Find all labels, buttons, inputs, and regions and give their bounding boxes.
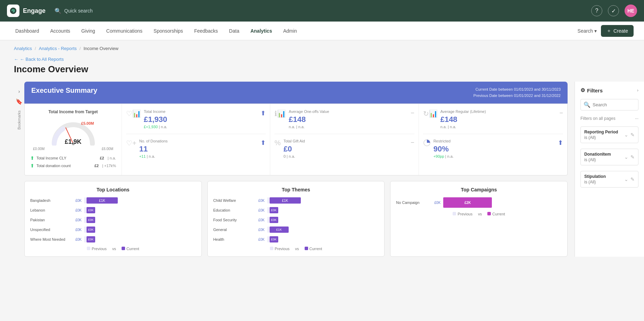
nav-analytics[interactable]: Analytics <box>246 26 277 36</box>
bar-row-health: Health £0K £0K <box>213 236 379 242</box>
gauge-title: Total Income from Target <box>30 109 116 114</box>
bookmark-icon[interactable]: 🔖 <box>16 98 23 105</box>
top-locations-chart: Bangladesh £0K £1K Lebanon £0K <box>30 197 196 242</box>
nav-communications[interactable]: Communications <box>101 26 147 36</box>
breadcrumb-reports[interactable]: Analytics - Reports <box>39 46 77 51</box>
bar-curr-fill-education: £0K <box>270 207 278 213</box>
back-link-label: ← Back to All Reports <box>20 57 64 62</box>
filter-clear-reporting[interactable]: ✎ <box>630 132 635 138</box>
filter-item-label-donation: DonationItem <box>584 152 611 157</box>
metric-col-income: ♡📊 Total Income £1,930 £+1,930 | n.a. ⬆ … <box>122 104 270 175</box>
charts-row: Top Locations Bangladesh £0K £1K <box>24 181 568 257</box>
nav-feedbacks[interactable]: Feedbacks <box>189 26 223 36</box>
gauge-card: Total Income from Target £1.9K <box>25 104 122 175</box>
metric-change-giftaid: 0 | n.a. <box>283 154 408 158</box>
filter-chevron-stipulation[interactable]: ⌄ <box>624 176 628 182</box>
filter-item-val-donation: is (All) <box>584 157 611 162</box>
bar-prev-food: £0K <box>254 218 265 222</box>
metric-label-regular: Average Regular (Lifetime) <box>440 109 557 114</box>
bar-prev-fill-general <box>267 227 269 233</box>
status-up-icon-donations: ⬆ <box>261 139 266 158</box>
bar-track-bangladesh: £1K <box>84 197 196 204</box>
metric-label-oneoffs: Average One-offs Value <box>289 109 408 114</box>
metric-value-restricted: 90% <box>434 145 555 154</box>
toggle-arrow-icon[interactable]: › <box>18 89 20 94</box>
metric-col-oneoffs: ℹ📊 Average One-offs Value £148 n.a. | n.… <box>270 104 419 175</box>
filter-search-box[interactable]: 🔍 <box>580 99 638 110</box>
nav-search-button[interactable]: Search ▾ <box>578 28 597 34</box>
gauge-chart: £1.9K £5.00M <box>49 118 98 146</box>
bar-row-food: Food Security £0K £0K <box>213 217 379 223</box>
bar-prev-lebanon: £0K <box>71 208 82 212</box>
filters-collapse-icon[interactable]: › <box>637 88 638 93</box>
campaign-bar-curr-none: £2K <box>443 197 492 208</box>
quick-search-button[interactable]: 🔍 Quick search <box>55 8 93 14</box>
filter-item-reporting-period[interactable]: Reporting Period is (All) ⌄ ✎ <box>580 126 638 143</box>
green-arrow-icon-1: ⬆ <box>30 155 34 161</box>
breadcrumb-analytics[interactable]: Analytics <box>14 46 32 51</box>
help-button[interactable]: ? <box>591 5 602 16</box>
nav-sponsorships[interactable]: Sponsorships <box>149 26 188 36</box>
avatar[interactable]: HE <box>625 5 637 17</box>
filter-row-reporting: Reporting Period is (All) ⌄ ✎ <box>584 130 635 140</box>
filter-item-label-stipulation: Stipulation <box>584 174 606 179</box>
nav-data[interactable]: Data <box>224 26 244 36</box>
nav-dashboard[interactable]: Dashboard <box>10 26 44 36</box>
bar-prev-child-welfare: £0K <box>254 199 265 203</box>
bar-curr-fill-bangladesh: £1K <box>86 197 118 204</box>
filter-icons-reporting: ⌄ ✎ <box>624 132 635 138</box>
heart-bar-icon: ♡📊 <box>126 109 141 129</box>
info-bar-icon: ℹ📊 <box>274 109 286 129</box>
bar-prev-where-needed: £0K <box>71 238 82 241</box>
campaign-prev-none: £0K <box>430 201 440 205</box>
logo-wrap: Engage <box>7 5 46 17</box>
tasks-button[interactable]: ✓ <box>608 5 619 16</box>
bar-label-general: General <box>213 228 251 232</box>
top-campaigns-card: Top Campaigns No Campaign £0K £2K Previo… <box>390 181 568 257</box>
refresh-bar-icon: ↻📊 <box>423 109 438 129</box>
gauge-target: £5.00M <box>81 121 94 125</box>
app-logo[interactable] <box>7 5 19 17</box>
filter-clear-stipulation[interactable]: ✎ <box>630 176 635 182</box>
nav-accounts[interactable]: Accounts <box>46 26 75 36</box>
filter-chevron-donation[interactable]: ⌄ <box>624 154 628 160</box>
filter-clear-donation[interactable]: ✎ <box>630 154 635 160</box>
bar-prev-fill-pakistan <box>84 217 86 223</box>
gauge-labels: £0.00M £6.00M <box>30 147 116 151</box>
filter-item-stipulation[interactable]: Stipulation is (All) ⌄ ✎ <box>580 171 638 188</box>
page-header: ← ← Back to All Reports Income Overview <box>0 57 644 82</box>
metric-change-restricted: +90pp | n.a. <box>434 154 555 158</box>
bar-prev-pakistan: £0K <box>71 218 82 222</box>
exec-date-line1: Current Date between 01/01/2023 and 30/1… <box>473 87 561 93</box>
filter-row-donation: DonationItem is (All) ⌄ ✎ <box>584 152 635 162</box>
bar-prev-general: £0K <box>254 228 265 232</box>
filter-chevron-reporting[interactable]: ⌄ <box>624 132 628 138</box>
locations-legend: Previous vs Current <box>30 247 196 251</box>
bar-label-health: Health <box>213 237 251 241</box>
bar-track-food: £0K <box>267 217 379 223</box>
metric-main-income: Total Income £1,930 £+1,930 | n.a. <box>144 109 258 129</box>
filter-icons-donation: ⌄ ✎ <box>624 154 635 160</box>
campaign-bar-wrap-none: £2K <box>443 197 562 208</box>
filter-search-icon: 🔍 <box>584 101 591 108</box>
bar-row-lebanon: Lebanon £0K £0K <box>30 207 196 213</box>
filter-search-input[interactable] <box>593 102 635 107</box>
filter-item-donation-item[interactable]: DonationItem is (All) ⌄ ✎ <box>580 149 638 165</box>
bar-prev-fill-child <box>267 197 269 204</box>
status-minus-icon-regular: − <box>559 109 563 129</box>
back-link[interactable]: ← ← Back to All Reports <box>14 57 630 62</box>
gauge-max: £6.00M <box>102 147 113 151</box>
top-campaigns-title: Top Campaigns <box>396 187 562 192</box>
create-button[interactable]: ＋ Create <box>601 25 634 37</box>
metric-value-donations: 11 <box>139 145 258 154</box>
nav-admin[interactable]: Admin <box>278 26 302 36</box>
nav-search-label: Search <box>578 28 593 34</box>
legend-curr-campaigns: Current <box>487 212 505 216</box>
percent-icon: % <box>274 139 281 158</box>
metric-bottom-restricted: Restricted 90% +90pp | n.a. ⬆ <box>423 139 563 158</box>
legend-prev-campaigns: Previous <box>453 212 472 216</box>
nav-giving[interactable]: Giving <box>76 26 100 36</box>
bar-row-pakistan: Pakistan £0K £0K <box>30 217 196 223</box>
top-bar: Engage 🔍 Quick search ? ✓ HE <box>0 0 644 22</box>
campaign-row-none: No Campaign £0K £2K <box>396 197 562 208</box>
